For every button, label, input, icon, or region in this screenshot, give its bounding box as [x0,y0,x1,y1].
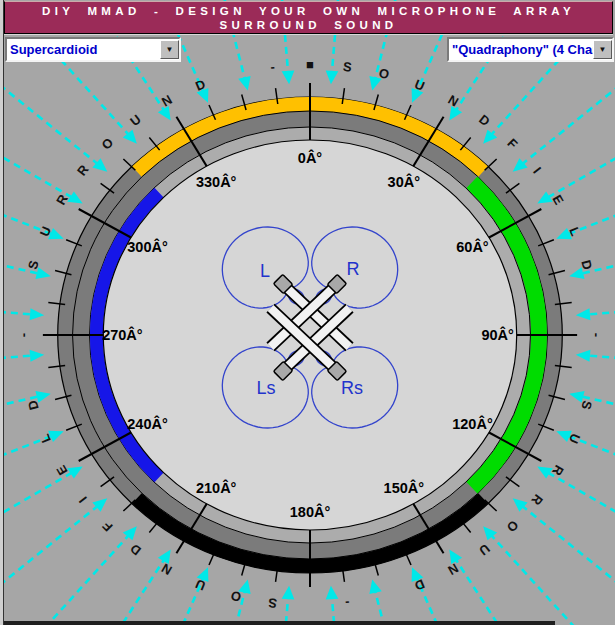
mic-label: R [347,259,360,279]
channels-dropdown-button[interactable]: ▼ [593,40,612,59]
degree-label: 0Â° [298,149,323,166]
degree-label: 300Â° [127,238,168,255]
degree-label: 270Â° [102,326,143,343]
degree-label: 240Â° [127,415,168,432]
degree-label: 60Â° [456,238,489,255]
app-window: ■SOUNDFIELD - SURROUND - SOUNDFIELD - SU… [0,0,615,625]
chevron-down-icon: ▼ [166,46,174,54]
degree-label: 90Â° [481,326,514,343]
title-bar: DIY MMAD - DESIGN YOUR OWN MICROPHONE AR… [4,1,613,34]
mic-label: L [260,261,270,281]
pattern-dropdown-value: Supercardioid [7,42,160,57]
ring-letter: ■ [306,57,314,72]
degree-label: 180Â° [290,503,331,520]
degree-label: 330Â° [196,173,237,190]
mic-array-diagram: ■SOUNDFIELD - SURROUND - SOUNDFIELD - SU… [0,0,615,625]
channels-dropdown[interactable]: "Quadraphony" (4 Channels ▼ [447,37,614,62]
title-line-1: DIY MMAD - DESIGN YOUR OWN MICROPHONE AR… [42,4,575,18]
chevron-down-icon: ▼ [599,46,607,54]
channels-dropdown-value: "Quadraphony" (4 Channels [449,42,593,57]
bottom-edge [3,621,555,625]
window-frame-left [0,0,4,625]
pattern-dropdown-button[interactable]: ▼ [160,40,179,59]
pattern-dropdown[interactable]: Supercardioid ▼ [5,37,181,62]
mic-label: Ls [256,378,275,398]
ring-letter: - [16,333,31,337]
title-line-2: SURROUND SOUND [219,18,397,32]
mic-label: Rs [341,378,363,398]
ring-outline [103,140,516,530]
degree-label: 210Â° [196,479,237,496]
degree-label: 150Â° [384,479,425,496]
degree-label: 30Â° [388,173,421,190]
ring-letter: - [589,333,604,337]
degree-label: 120Â° [452,415,493,432]
